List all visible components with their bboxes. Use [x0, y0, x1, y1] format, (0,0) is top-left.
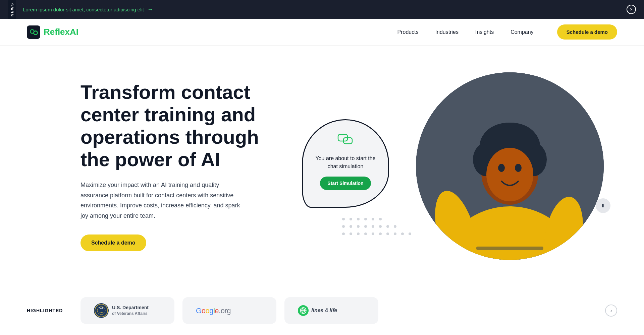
news-arrow-icon: →: [147, 6, 153, 13]
dot: [357, 218, 360, 220]
chat-simulation-bubble: You are about to start the chat simulati…: [302, 119, 389, 208]
va-label: U.S. Department of Veterans Affairs: [112, 305, 149, 317]
dot: [357, 232, 360, 235]
hero-visual: You are about to start the chat simulati…: [282, 66, 617, 267]
logo-wordmark: ReflexAI: [44, 27, 78, 37]
dot: [350, 218, 352, 220]
dot: [379, 218, 382, 220]
nav-insights[interactable]: Insights: [475, 29, 494, 35]
svg-point-16: [498, 164, 505, 172]
dot: [364, 232, 367, 235]
dot: [394, 232, 396, 235]
news-message: Lorem ipsum dolor sit amet, consectetur …: [23, 7, 144, 12]
dot: [364, 218, 367, 220]
svg-point-3: [31, 30, 34, 33]
dot: [409, 232, 411, 235]
dot: [364, 225, 367, 228]
nav-products[interactable]: Products: [397, 29, 418, 35]
dot: [386, 225, 389, 228]
va-name-line2: of Veterans Affairs: [112, 311, 149, 317]
nav-company[interactable]: Company: [511, 29, 533, 35]
dot: [401, 232, 404, 235]
hero-title: Transform contact center training and op…: [80, 81, 282, 171]
svg-point-4: [34, 31, 37, 34]
dot: [342, 225, 345, 228]
main-nav: Products Industries Insights Company Sch…: [397, 24, 617, 40]
highlighted-label: HIGHLIGHTED: [27, 308, 67, 313]
pause-button[interactable]: ⏸: [596, 198, 610, 213]
dot-row: [342, 232, 411, 235]
hero-cta-button[interactable]: Schedule a demo: [80, 234, 146, 251]
svg-text:★★★: ★★★: [99, 312, 104, 314]
lines-globe-icon: [298, 305, 309, 316]
lines-label: lines 4 life: [311, 308, 337, 314]
lines-logo: lines 4 life: [298, 305, 337, 316]
dot: [386, 232, 389, 235]
news-text: Lorem ipsum dolor sit amet, consectetur …: [23, 6, 153, 13]
news-tag: NEWS: [8, 0, 16, 19]
svg-text:VA: VA: [99, 307, 103, 310]
dot: [372, 225, 374, 228]
dot-row: [342, 218, 411, 220]
person-placeholder: [416, 72, 604, 260]
va-seal-icon: VA ★★★: [94, 303, 109, 318]
va-name-line1: U.S. Department: [112, 305, 149, 311]
svg-point-22: [95, 304, 108, 317]
va-emblem: VA ★★★: [95, 304, 108, 317]
client-card-lines: lines 4 life: [284, 297, 378, 324]
google-logo: Google.org: [196, 306, 231, 315]
news-banner: NEWS Lorem ipsum dolor sit amet, consect…: [0, 0, 644, 19]
logo-icon: [27, 25, 40, 39]
next-arrow-icon: ›: [610, 308, 612, 313]
chat-icon: [337, 134, 354, 150]
logo[interactable]: ReflexAI: [27, 25, 78, 39]
dot: [342, 232, 345, 235]
svg-point-15: [486, 148, 533, 201]
dot-grid-decoration: [342, 218, 411, 240]
dot: [379, 225, 382, 228]
dot: [350, 232, 352, 235]
hero-section: Transform contact center training and op…: [0, 46, 644, 287]
chat-bubbles-icon: [337, 134, 354, 148]
clients-next-button[interactable]: ›: [605, 305, 617, 317]
dot: [350, 225, 352, 228]
dot: [372, 232, 374, 235]
hero-subtitle: Maximize your impact with an AI training…: [80, 180, 241, 221]
va-logo: VA ★★★ U.S. Department of Veterans Affai…: [94, 303, 149, 318]
header: ReflexAI Products Industries Insights Co…: [0, 19, 644, 46]
person-svg: [416, 72, 604, 260]
hero-person-image: [416, 72, 604, 260]
news-close-button[interactable]: ×: [627, 5, 636, 14]
header-cta-button[interactable]: Schedule a demo: [557, 24, 617, 40]
nav-industries[interactable]: Industries: [435, 29, 459, 35]
dot: [357, 225, 360, 228]
clients-strip: HIGHLIGHTED VA ★★★ U.S. Department of Ve…: [0, 287, 644, 331]
dot: [372, 218, 374, 220]
client-card-google: Google.org: [182, 297, 276, 324]
svg-point-17: [515, 164, 522, 172]
dot-row: [342, 225, 411, 228]
globe-icon: [300, 307, 307, 314]
svg-rect-21: [476, 247, 543, 250]
hero-content: Transform contact center training and op…: [80, 81, 282, 251]
dot: [342, 218, 345, 220]
dot: [394, 225, 396, 228]
client-card-va: VA ★★★ U.S. Department of Veterans Affai…: [80, 297, 174, 324]
start-simulation-button[interactable]: Start Simulation: [320, 177, 371, 190]
chat-bubble-text: You are about to start the chat simulati…: [313, 154, 378, 171]
dot: [379, 232, 382, 235]
